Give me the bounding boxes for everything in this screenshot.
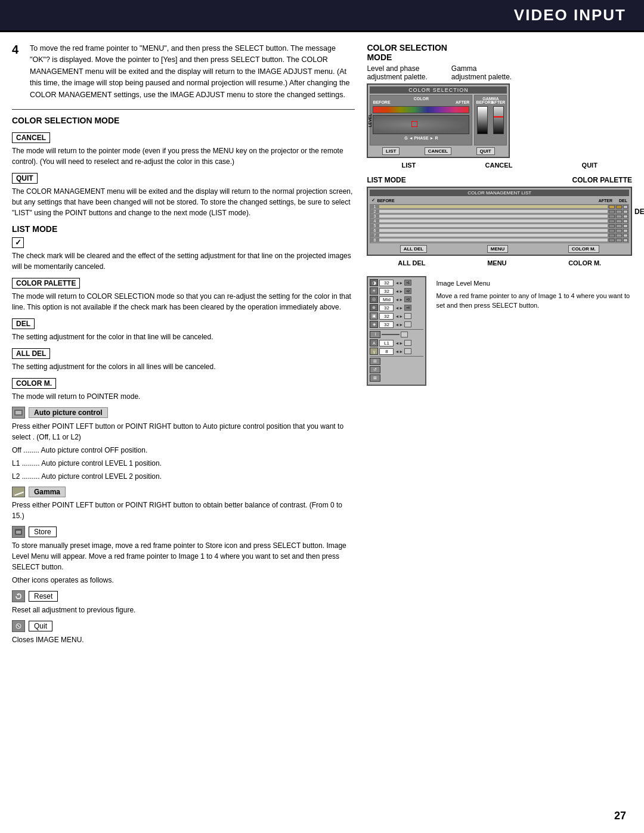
quit-bottom-text: Closes IMAGE MENU. [12, 634, 355, 645]
image-level-desc-area: Image Level Menu Move a red frame pointe… [436, 276, 632, 386]
right-column: COLOR SELECTION MODE Level and phase adj… [367, 43, 632, 648]
gamma-adj-label: Gamma adjustment palette. [451, 64, 512, 81]
color-palette-label: COLOR PALETTE [12, 278, 80, 289]
lm-menu-btn[interactable]: MENU [487, 245, 509, 253]
store-text: To store manually preset image, move a r… [12, 540, 355, 572]
before-label-cs: BEFORE [373, 100, 390, 104]
phase-axis-label: G ◄ PHASE ► R [373, 136, 469, 140]
auto-icon: A [370, 339, 378, 346]
il-val-9: 8 [379, 348, 394, 355]
il-row-bright: ☀ 32 ◄► ▪2 [370, 287, 423, 295]
il-val-4: 32 [379, 305, 394, 311]
color-col-label: COLOR [414, 97, 429, 101]
gamma-after-bar [493, 106, 504, 134]
step-4-block: 4 To move the red frame pointer to "MENU… [12, 43, 355, 101]
il-row-color: ◎ Mid ◄► ▪3 [370, 296, 423, 303]
il-val-3: Mid [379, 296, 394, 303]
il-row-quit: ⊠ [370, 374, 423, 382]
il-row-contrast: ◑ 32 ◄► ▪1 [370, 279, 423, 286]
quit-label: QUIT [12, 173, 38, 184]
del-label: DEL [12, 318, 35, 329]
il-sel-7 [401, 332, 408, 337]
lm-bottom-btns: ALL DEL MENU COLOR M. [370, 245, 629, 253]
page-number: 27 [614, 810, 626, 822]
il-divider2 [370, 356, 423, 357]
contrast-icon: ◑ [370, 279, 378, 286]
il-sel-8 [404, 340, 411, 346]
il-row-store: ⊞ [370, 358, 423, 365]
auto-picture-text2: Off ........ Auto picture control OFF po… [12, 445, 355, 456]
lm-color-m-btn[interactable]: COLOR M. [568, 245, 599, 253]
auto-picture-text1: Press either POINT LEFT button or POINT … [12, 421, 355, 442]
bottom-all-del-label: ALL DEL [398, 259, 425, 267]
color-m-desc: The mode will return to POINTER mode. [12, 391, 355, 402]
divider [12, 109, 355, 110]
all-del-desc: The setting adjustment for the colors in… [12, 361, 355, 372]
il-val-8: L1 [379, 340, 394, 346]
check-mark-desc: The check mark will be cleared and the e… [12, 250, 355, 272]
il-row-reset: ↺ [370, 366, 423, 373]
all-del-label: ALL DEL [12, 348, 50, 359]
il-val-1: 32 [379, 280, 394, 286]
cancel-label: CANCEL [12, 132, 50, 143]
il-val-6: 32 [379, 321, 394, 328]
il-sel-3: ▪3 [404, 296, 411, 302]
gamma-icon [12, 487, 25, 497]
list-mode-panel: COLOR MANAGEMENT LIST ✓ BEFORE AFTER DEL… [367, 187, 632, 256]
lm-row-5: 5 [371, 224, 628, 228]
lm-del-head: DEL [619, 199, 627, 203]
quit-bottom-row: Quit [12, 620, 355, 632]
auto-picture-text3: L1 ......... Auto picture control LEVEL … [12, 458, 355, 469]
il-val-7 [382, 334, 400, 335]
image-level-area: ◑ 32 ◄► ▪1 ☀ 32 ◄► ▪2 ◎ Mid ◄► ▪3 [367, 276, 632, 386]
il-sel-9 [404, 348, 411, 354]
quit-icon-il: ⊠ [370, 374, 380, 382]
cs-quit-btn[interactable]: QUIT [476, 147, 495, 155]
lm-rows-area: 1 2 3 4 5 6 7 8 [370, 204, 629, 243]
store-icon-il: ⊞ [370, 358, 380, 365]
reset-icon-il: ↺ [370, 366, 380, 373]
lm-row-7: 7 [371, 233, 628, 238]
cs-list-btn[interactable]: LIST [382, 147, 400, 155]
il-row-sharp: ◈ 32 ◄► [370, 321, 423, 328]
svg-marker-4 [17, 593, 18, 596]
lm-row-2: 2 [371, 209, 628, 214]
color-selection-mode-title: COLOR SELECTION MODE [12, 116, 355, 125]
gamma-marker [494, 116, 503, 117]
cs-cancel-btn[interactable]: CANCEL [425, 147, 451, 155]
auto-picture-label: Auto picture control [29, 407, 108, 418]
del-desc: The setting adjustment for the color in … [12, 332, 355, 342]
quit-desc: The COLOR MANAGEMENT menu will be exited… [12, 186, 355, 218]
gamma2-icon: ⌇ [370, 331, 380, 338]
page-header: VIDEO INPUT [0, 0, 644, 32]
level-phase-label: Level and phase adjustment palette. [367, 64, 427, 81]
bottom-quit-label: QUIT [582, 162, 597, 169]
auto-picture-row: Auto picture control [12, 407, 355, 419]
cs-panel-title: COLOR SELECTION [370, 86, 507, 94]
header-title: VIDEO INPUT [514, 6, 626, 24]
image-level-panel: ◑ 32 ◄► ▪1 ☀ 32 ◄► ▪2 ◎ Mid ◄► ▪3 [367, 276, 426, 386]
image-level-desc: Move a red frame pointer to any of Image… [436, 291, 632, 311]
color-selection-panel: COLOR SELECTION COLOR BEFORE AFTER [367, 83, 510, 158]
cancel-desc: The mode will return to the pointer mode… [12, 145, 355, 167]
lm-before-head: BEFORE [377, 199, 394, 203]
level-axis-label: LEVEL [368, 113, 372, 127]
auto-picture-icon [12, 407, 25, 419]
reset-icon [12, 590, 25, 602]
tint-icon: ⊕ [370, 304, 378, 311]
list-mode-panel-wrapper: COLOR MANAGEMENT LIST ✓ BEFORE AFTER DEL… [367, 187, 632, 256]
white-icon: ▣ [370, 312, 378, 320]
lm-all-del-btn[interactable]: ALL DEL [400, 245, 428, 253]
lm-row-1: 1 [371, 205, 628, 209]
bottom-list-label: LIST [401, 162, 416, 169]
store-label: Store [29, 527, 57, 537]
il-sel-2: ▪2 [404, 288, 411, 294]
quit-icon [12, 620, 25, 632]
bottom-cancel-label: CANCEL [485, 162, 513, 169]
il-sel-4: ▪4 [404, 305, 411, 311]
lm-after-head: AFTER [599, 199, 612, 203]
cs-bottom-labels: LIST CANCEL QUIT [367, 162, 632, 169]
lm-top-labels: LIST MODE COLOR PALETTE [367, 176, 632, 184]
bottom-menu-label: MENU [487, 259, 506, 267]
color-m-label: COLOR M. [12, 378, 56, 389]
